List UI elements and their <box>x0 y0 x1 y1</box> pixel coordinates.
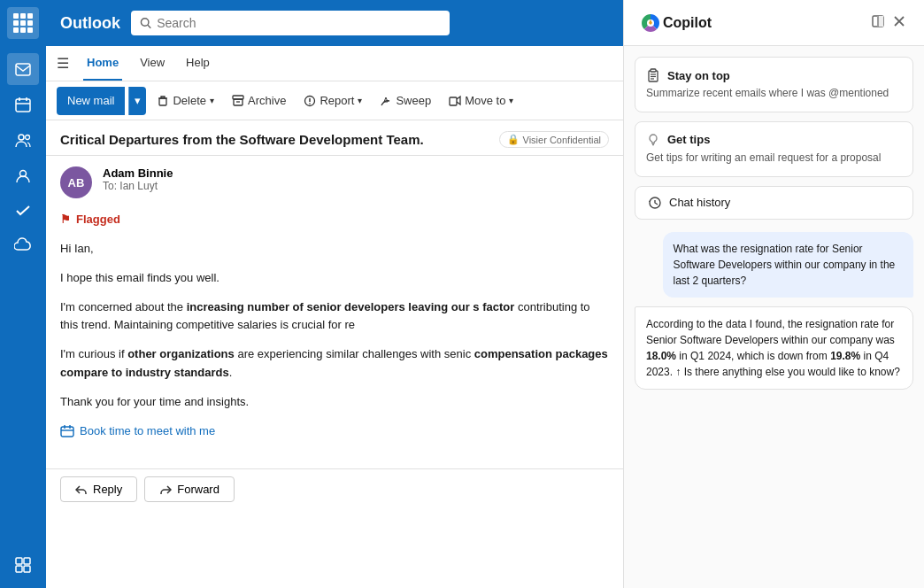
svg-rect-14 <box>159 98 166 105</box>
bold-stat1: 18.0% <box>646 350 676 362</box>
report-arrow-icon: ▾ <box>358 96 362 105</box>
nav-view[interactable]: View <box>136 46 168 81</box>
forward-icon <box>159 484 172 496</box>
search-container <box>131 11 450 35</box>
forward-button[interactable]: Forward <box>144 476 235 502</box>
nav-home[interactable]: Home <box>83 46 122 81</box>
assistant-message: According to the data I found, the resig… <box>635 306 913 390</box>
delete-button[interactable]: Delete ▾ <box>150 87 221 115</box>
svg-rect-22 <box>61 427 73 437</box>
email-body: Hi Ian, I hope this email finds you well… <box>46 233 623 468</box>
email-closing: Thank you for your time and insights. <box>60 393 609 412</box>
copilot-panel: Copilot <box>623 0 924 588</box>
svg-rect-8 <box>16 558 22 564</box>
email-area: Critical Departures from the Software De… <box>46 120 623 588</box>
svg-rect-11 <box>24 566 30 572</box>
svg-point-20 <box>310 103 312 104</box>
email-greeting: Hi Ian, <box>60 240 609 259</box>
delete-arrow-icon: ▾ <box>210 96 214 105</box>
sweep-button[interactable]: Sweep <box>373 87 438 115</box>
expand-icon <box>871 14 885 28</box>
sidebar-calendar-icon[interactable] <box>7 89 39 120</box>
sidebar-people-icon[interactable] <box>7 124 39 156</box>
new-mail-button[interactable]: New mail <box>57 87 125 115</box>
sender-name: Adam Binnie <box>103 166 609 180</box>
sidebar-apps-button[interactable] <box>7 7 39 39</box>
copilot-body: Stay on top Summarize recent emails wher… <box>624 46 924 588</box>
toolbar: New mail ▾ Delete ▾ Archive <box>46 81 623 120</box>
svg-point-5 <box>19 135 24 140</box>
suggestion-stay-on-top-desc: Summarize recent emails where I was @men… <box>646 86 902 101</box>
svg-rect-9 <box>24 558 30 564</box>
sidebar-contacts-icon[interactable] <box>7 159 39 191</box>
email-p1: I hope this email finds you well. <box>60 269 609 288</box>
sweep-icon <box>380 95 392 107</box>
copilot-close-button[interactable] <box>889 11 910 35</box>
copilot-expand-button[interactable] <box>867 11 889 35</box>
app-title: Outlook <box>60 14 120 33</box>
lightbulb-icon <box>646 133 660 147</box>
nav-bar: ☰ Home View Help <box>46 46 623 81</box>
copilot-header: Copilot <box>624 0 924 46</box>
book-time-link[interactable]: Book time to meet with me <box>60 422 609 441</box>
main-area: Outlook ☰ Home View Help New mail ▾ Dele… <box>46 0 623 588</box>
book-time-icon <box>60 424 74 438</box>
top-bar: Outlook <box>46 0 623 46</box>
svg-rect-10 <box>16 566 22 572</box>
nav-help[interactable]: Help <box>182 46 213 81</box>
confidential-badge: 🔒 Visier Confidential <box>499 131 609 148</box>
email-p3: I'm curious if other organizations are e… <box>60 345 609 383</box>
search-icon <box>140 17 151 29</box>
report-button[interactable]: Report ▾ <box>296 87 369 115</box>
clipboard-icon <box>646 68 660 82</box>
svg-rect-0 <box>16 64 30 75</box>
sidebar-tasks-icon[interactable] <box>7 195 39 227</box>
sidebar-mail-icon[interactable] <box>7 53 39 85</box>
email-header: Critical Departures from the Software De… <box>46 120 623 156</box>
search-input[interactable] <box>157 16 441 30</box>
sidebar-cloud-icon[interactable] <box>7 230 39 262</box>
sidebar-apps2-icon[interactable] <box>7 549 39 581</box>
sidebar <box>0 0 46 588</box>
svg-rect-21 <box>450 97 457 105</box>
svg-rect-33 <box>651 69 656 72</box>
report-icon <box>304 95 316 107</box>
archive-button[interactable]: Archive <box>225 87 293 115</box>
user-message: What was the resignation rate for Senior… <box>663 232 914 298</box>
email-flag: ⚑ Flagged <box>46 209 623 233</box>
chat-messages: What was the resignation rate for Senior… <box>635 232 913 390</box>
email-subject: Critical Departures from the Software De… <box>60 132 492 147</box>
email-actions: Reply Forward <box>46 468 623 516</box>
flag-icon: ⚑ <box>60 213 71 226</box>
new-mail-dropdown[interactable]: ▾ <box>128 87 146 115</box>
suggestion-get-tips-desc: Get tips for writing an email request fo… <box>646 151 902 166</box>
archive-icon <box>232 95 244 107</box>
avatar: AB <box>60 166 92 198</box>
email-meta: AB Adam Binnie To: Ian Luyt <box>46 156 623 209</box>
copilot-logo-icon <box>638 11 663 35</box>
reply-icon <box>75 484 88 496</box>
move-to-button[interactable]: Move to ▾ <box>442 87 520 115</box>
delete-icon <box>157 95 169 107</box>
sender-info: Adam Binnie To: Ian Luyt <box>103 166 609 192</box>
bold-stat2: 19.8% <box>830 350 860 362</box>
suggestion-get-tips[interactable]: Get tips Get tips for writing an email r… <box>635 121 913 177</box>
copilot-title: Copilot <box>663 15 867 31</box>
svg-rect-1 <box>16 99 30 112</box>
reply-button[interactable]: Reply <box>60 476 137 502</box>
svg-point-6 <box>26 135 30 140</box>
sender-to: To: Ian Luyt <box>103 180 609 192</box>
chat-history-button[interactable]: Chat history <box>635 186 913 220</box>
close-icon <box>892 14 906 28</box>
suggestion-stay-on-top[interactable]: Stay on top Summarize recent emails wher… <box>635 57 913 112</box>
email-p2: I'm concerned about the increasing numbe… <box>60 298 609 336</box>
hamburger-icon[interactable]: ☰ <box>57 55 69 72</box>
history-icon <box>648 196 662 210</box>
svg-point-12 <box>141 19 148 26</box>
moveto-arrow-icon: ▾ <box>509 96 513 105</box>
move-icon <box>449 95 461 107</box>
svg-line-13 <box>148 25 150 27</box>
